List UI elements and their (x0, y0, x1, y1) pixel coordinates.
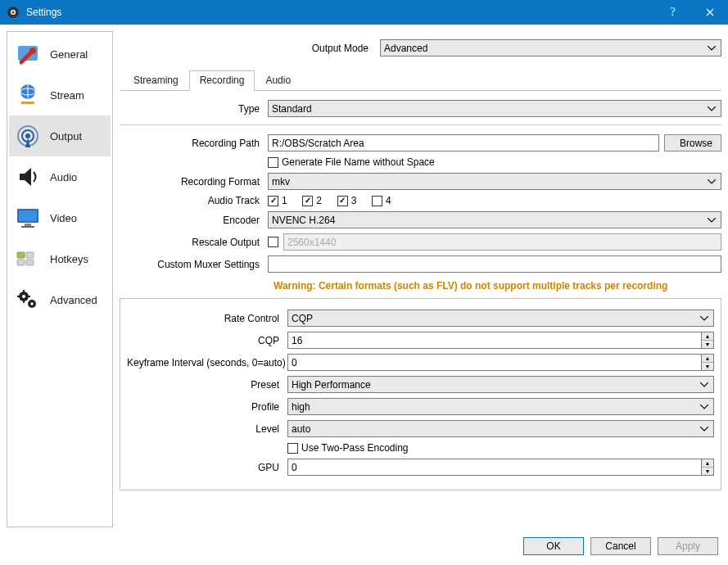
svg-point-20 (22, 295, 25, 298)
muxer-input[interactable] (268, 255, 721, 273)
help-button[interactable]: ? (654, 0, 691, 25)
wrench-icon (14, 40, 42, 68)
rescale-select: 2560x1440 (283, 233, 721, 251)
svg-rect-12 (19, 210, 37, 221)
output-mode-label: Output Mode (120, 43, 373, 54)
recording-path-label: Recording Path (120, 138, 263, 149)
twopass-label: Use Two-Pass Encoding (301, 442, 409, 454)
spin-up[interactable]: ▲ (702, 459, 713, 468)
keyframe-label: Keyframe Interval (seconds, 0=auto) (127, 357, 283, 368)
sidebar-item-label: Hotkeys (50, 253, 88, 265)
keyboard-icon (14, 245, 42, 273)
track-2-checkbox[interactable]: 2 (302, 195, 322, 206)
recording-format-label: Recording Format (120, 176, 263, 188)
sidebar-item-label: General (50, 48, 88, 61)
svg-rect-23 (23, 290, 25, 292)
sidebar-item-label: Video (50, 212, 77, 224)
titlebar: Settings ? (0, 0, 728, 25)
rate-control-label: Rate Control (127, 313, 283, 324)
svg-rect-16 (26, 252, 34, 258)
rescale-label: Rescale Output (120, 237, 263, 248)
gears-icon (14, 286, 42, 314)
track-4-checkbox[interactable]: 4 (372, 195, 391, 206)
main-panel: Output Mode Advanced Streaming Recording… (120, 31, 721, 527)
tab-bar: Streaming Recording Audio (120, 70, 721, 91)
keyframe-input[interactable] (287, 354, 701, 371)
encoder-label: Encoder (120, 215, 263, 226)
level-label: Level (127, 423, 283, 435)
track-1-checkbox[interactable]: 1 (268, 195, 287, 206)
svg-rect-7 (21, 102, 34, 104)
cqp-label: CQP (127, 335, 283, 346)
preset-select[interactable]: High Performance (287, 376, 714, 393)
svg-point-4 (29, 47, 36, 54)
keyframe-spinner[interactable]: ▲▼ (287, 354, 714, 371)
svg-rect-26 (28, 296, 30, 297)
sidebar-item-output[interactable]: Output (9, 115, 111, 156)
sidebar-item-video[interactable]: Video (9, 197, 111, 238)
close-button[interactable] (691, 0, 728, 25)
rate-control-select[interactable]: CQP (287, 310, 714, 327)
window-title: Settings (26, 7, 654, 18)
spin-down[interactable]: ▼ (702, 341, 713, 348)
ok-button[interactable]: OK (523, 537, 584, 555)
sidebar-item-stream[interactable]: Stream (9, 75, 111, 115)
encoder-select[interactable]: NVENC H.264 (268, 211, 721, 228)
spin-down[interactable]: ▼ (702, 363, 713, 370)
sidebar-item-advanced[interactable]: Advanced (9, 279, 111, 320)
encoder-settings-group: Rate Control CQP CQP ▲▼ Keyframe Interva… (120, 298, 721, 490)
svg-rect-13 (25, 224, 31, 226)
broadcast-icon (14, 122, 42, 150)
svg-rect-24 (23, 301, 25, 303)
svg-rect-18 (26, 260, 34, 265)
no-space-checkbox[interactable]: Generate File Name without Space (268, 156, 435, 168)
footer: OK Cancel Apply (0, 534, 728, 565)
app-icon (7, 6, 20, 19)
sidebar-item-general[interactable]: General (9, 34, 111, 75)
gpu-input[interactable] (287, 459, 701, 476)
svg-rect-17 (17, 260, 25, 265)
spin-up[interactable]: ▲ (702, 332, 713, 341)
apply-button[interactable]: Apply (658, 537, 718, 555)
output-mode-select[interactable]: Advanced (380, 39, 721, 56)
warning-text: Warning: Certain formats (such as FLV) d… (120, 275, 721, 293)
sidebar-item-label: Audio (50, 171, 77, 183)
spin-up[interactable]: ▲ (702, 355, 713, 363)
spin-down[interactable]: ▼ (702, 468, 713, 475)
preset-label: Preset (127, 379, 283, 391)
globe-icon (14, 81, 42, 109)
recording-format-select[interactable]: mkv (268, 173, 721, 190)
level-select[interactable]: auto (287, 420, 714, 437)
tab-streaming[interactable]: Streaming (123, 70, 189, 91)
rescale-checkbox[interactable] (268, 237, 278, 247)
svg-point-2 (12, 11, 15, 14)
monitor-icon (14, 204, 42, 232)
checkbox-box (268, 157, 278, 168)
audio-track-label: Audio Track (120, 195, 263, 206)
browse-button[interactable]: Browse (664, 134, 721, 151)
tab-audio[interactable]: Audio (255, 70, 301, 91)
sidebar-item-label: Stream (50, 89, 84, 102)
profile-label: Profile (127, 401, 283, 413)
twopass-checkbox[interactable]: Use Two-Pass Encoding (287, 442, 409, 454)
track-3-checkbox[interactable]: 3 (337, 195, 357, 206)
muxer-label: Custom Muxer Settings (120, 259, 263, 270)
type-select[interactable]: Standard (268, 100, 721, 117)
recording-path-input[interactable] (268, 134, 659, 151)
sidebar-item-hotkeys[interactable]: Hotkeys (9, 238, 111, 279)
sidebar-item-label: Output (50, 130, 82, 142)
gpu-spinner[interactable]: ▲▼ (287, 459, 714, 476)
svg-rect-15 (17, 252, 25, 258)
sidebar-item-audio[interactable]: Audio (9, 156, 111, 197)
no-space-label: Generate File Name without Space (282, 156, 435, 168)
svg-rect-25 (17, 296, 20, 297)
sidebar: General Stream Output Audio Video Hotkey… (7, 31, 113, 527)
cqp-input[interactable] (287, 332, 701, 349)
cqp-spinner[interactable]: ▲▼ (287, 332, 714, 349)
cancel-button[interactable]: Cancel (590, 537, 651, 555)
svg-rect-14 (21, 226, 34, 228)
type-label: Type (120, 103, 263, 115)
tab-recording[interactable]: Recording (189, 70, 255, 91)
sidebar-item-label: Advanced (50, 294, 97, 306)
profile-select[interactable]: high (287, 398, 714, 415)
